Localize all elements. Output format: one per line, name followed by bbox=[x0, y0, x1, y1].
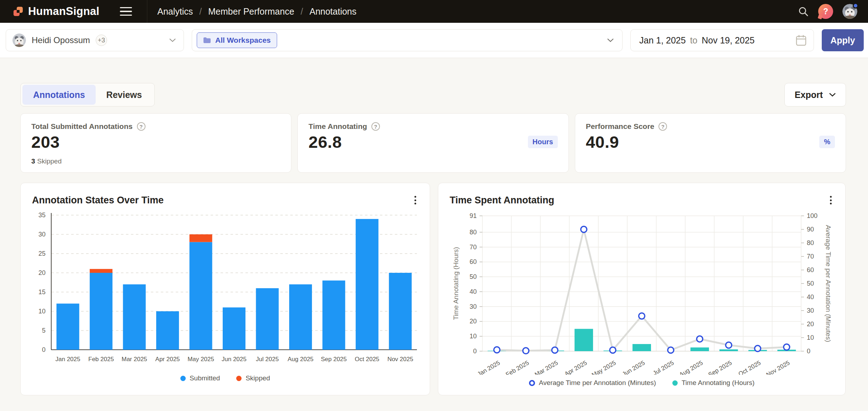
breadcrumb-analytics[interactable]: Analytics bbox=[157, 6, 193, 17]
stat-unit-badge: Hours bbox=[528, 136, 558, 148]
svg-text:25: 25 bbox=[38, 250, 46, 257]
svg-text:50: 50 bbox=[807, 280, 814, 287]
chevron-down-icon bbox=[607, 38, 614, 42]
calendar-icon[interactable] bbox=[796, 35, 806, 46]
svg-text:70: 70 bbox=[807, 253, 814, 260]
member-name: Heidi Opossum bbox=[32, 35, 90, 45]
help-button[interactable]: ? bbox=[818, 4, 833, 19]
svg-text:30: 30 bbox=[807, 307, 814, 314]
svg-text:50: 50 bbox=[470, 273, 477, 280]
svg-text:Time Annotating (Hours): Time Annotating (Hours) bbox=[452, 247, 460, 320]
svg-text:0: 0 bbox=[807, 348, 810, 355]
menu-button[interactable] bbox=[120, 7, 132, 16]
svg-text:90: 90 bbox=[807, 226, 814, 233]
svg-text:20: 20 bbox=[38, 269, 46, 276]
apply-button[interactable]: Apply bbox=[822, 29, 864, 51]
svg-text:91: 91 bbox=[470, 212, 477, 219]
svg-text:10: 10 bbox=[470, 333, 477, 340]
kebab-menu-icon[interactable] bbox=[412, 194, 418, 207]
filter-bar: Heidi Opossum +3 All Workspaces Jan 1, 2… bbox=[0, 23, 868, 58]
breadcrumb-annotations[interactable]: Annotations bbox=[309, 6, 356, 17]
stat-footer: 3Skipped bbox=[31, 157, 280, 165]
tab-reviews[interactable]: Reviews bbox=[96, 85, 153, 105]
tab-annotations[interactable]: Annotations bbox=[22, 85, 96, 105]
breadcrumb: Analytics / Member Performance / Annotat… bbox=[157, 6, 356, 17]
kebab-menu-icon[interactable] bbox=[828, 194, 834, 207]
date-separator: to bbox=[690, 35, 698, 46]
svg-text:Jul 2025: Jul 2025 bbox=[256, 356, 279, 363]
stat-value: 203 bbox=[31, 132, 60, 152]
stats-row: Total Submitted Annotations ? 203 3Skipp… bbox=[20, 113, 846, 173]
svg-text:Jun 2025: Jun 2025 bbox=[621, 359, 646, 375]
workspace-chip[interactable]: All Workspaces bbox=[197, 32, 277, 48]
svg-text:Jan 2025: Jan 2025 bbox=[476, 359, 501, 375]
svg-text:70: 70 bbox=[470, 244, 477, 251]
search-icon[interactable] bbox=[798, 6, 809, 17]
annotation-states-plot[interactable]: 05101520253035Jan 2025Feb 2025Mar 2025Ap… bbox=[32, 212, 419, 370]
breadcrumb-member-performance[interactable]: Member Performance bbox=[208, 6, 294, 17]
export-label: Export bbox=[795, 90, 823, 100]
top-nav: HumanSignal Analytics / Member Performan… bbox=[0, 0, 868, 23]
svg-text:60: 60 bbox=[470, 258, 477, 265]
legend-avg-time[interactable]: Average Time per Annotation (Minutes) bbox=[529, 379, 656, 387]
stat-time-annotating: Time Annotating ? 26.8 Hours bbox=[297, 113, 568, 173]
chart-annotation-states: Annotation States Over Time 051015202530… bbox=[20, 183, 430, 395]
breadcrumb-separator: / bbox=[199, 6, 202, 17]
svg-text:Mar 2025: Mar 2025 bbox=[534, 359, 559, 375]
charts-row: Annotation States Over Time 051015202530… bbox=[20, 183, 846, 395]
svg-text:Apr 2025: Apr 2025 bbox=[155, 356, 180, 363]
svg-text:Apr 2025: Apr 2025 bbox=[563, 359, 588, 375]
legend-dot bbox=[180, 376, 186, 381]
more-members-badge: +3 bbox=[96, 35, 107, 46]
help-circle-icon[interactable]: ? bbox=[137, 122, 145, 131]
help-circle-icon[interactable]: ? bbox=[658, 122, 667, 131]
svg-text:15: 15 bbox=[38, 288, 46, 296]
nav-actions: ? bbox=[798, 4, 857, 19]
svg-text:Jun 2025: Jun 2025 bbox=[222, 356, 247, 363]
svg-text:Jul 2025: Jul 2025 bbox=[652, 359, 675, 375]
svg-text:80: 80 bbox=[470, 229, 477, 236]
export-button[interactable]: Export bbox=[784, 83, 846, 106]
svg-text:Sep 2025: Sep 2025 bbox=[321, 356, 347, 363]
stat-performance-score: Performance Score ? 40.9 % bbox=[575, 113, 846, 173]
workspace-select[interactable]: All Workspaces bbox=[192, 29, 623, 51]
legend-submitted[interactable]: Submitted bbox=[180, 374, 220, 382]
svg-text:35: 35 bbox=[38, 212, 46, 219]
humansignal-logo-icon bbox=[13, 6, 23, 17]
workspace-chip-label: All Workspaces bbox=[215, 36, 271, 45]
svg-text:0: 0 bbox=[473, 348, 477, 355]
legend-dot bbox=[236, 376, 242, 381]
svg-text:Sep 2025: Sep 2025 bbox=[707, 359, 733, 375]
brand-name: HumanSignal bbox=[28, 5, 99, 18]
svg-text:30: 30 bbox=[38, 231, 46, 238]
chart-time-spent: Time Spent Annotating 010203040506070809… bbox=[438, 183, 846, 395]
svg-text:20: 20 bbox=[807, 321, 814, 328]
toolbar-row: Annotations Reviews Export bbox=[20, 83, 846, 106]
folder-icon bbox=[203, 37, 211, 43]
legend-ring bbox=[529, 380, 535, 386]
svg-text:Oct 2025: Oct 2025 bbox=[355, 356, 379, 363]
legend-skipped[interactable]: Skipped bbox=[236, 374, 270, 382]
svg-text:Nov 2025: Nov 2025 bbox=[765, 359, 791, 375]
user-avatar[interactable] bbox=[842, 4, 857, 19]
chart-legend: Average Time per Annotation (Minutes) Ti… bbox=[450, 379, 834, 387]
chart-title: Annotation States Over Time bbox=[32, 195, 164, 206]
svg-text:0: 0 bbox=[42, 346, 46, 353]
legend-time-annotating[interactable]: Time Annotating (Hours) bbox=[672, 379, 755, 387]
stat-label: Total Submitted Annotations bbox=[31, 122, 133, 131]
help-circle-icon[interactable]: ? bbox=[371, 122, 380, 131]
svg-text:20: 20 bbox=[470, 318, 477, 325]
svg-text:40: 40 bbox=[470, 288, 477, 295]
member-select[interactable]: Heidi Opossum +3 bbox=[6, 29, 184, 51]
brand-logo[interactable]: HumanSignal bbox=[13, 5, 99, 18]
svg-text:60: 60 bbox=[807, 266, 814, 274]
time-spent-plot[interactable]: 0102030405060708091010203040506070809010… bbox=[450, 212, 835, 375]
date-end: Nov 19, 2025 bbox=[702, 35, 755, 46]
svg-text:Feb 2025: Feb 2025 bbox=[88, 356, 114, 363]
svg-text:May 2025: May 2025 bbox=[187, 356, 214, 363]
svg-text:Nov 2025: Nov 2025 bbox=[387, 356, 413, 363]
date-range-picker[interactable]: Jan 1, 2025 to Nov 19, 2025 bbox=[630, 29, 814, 51]
svg-text:30: 30 bbox=[470, 303, 477, 310]
skipped-label: Skipped bbox=[37, 157, 62, 165]
svg-text:Jan 2025: Jan 2025 bbox=[55, 356, 80, 363]
